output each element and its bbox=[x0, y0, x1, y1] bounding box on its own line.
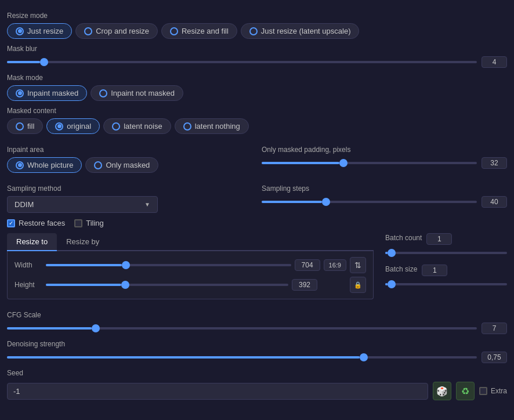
height-thumb[interactable] bbox=[121, 281, 129, 289]
mask-mode-inpaint-masked[interactable]: Inpaint masked bbox=[7, 85, 87, 101]
batch-size-thumb[interactable] bbox=[388, 280, 396, 288]
height-slider-container bbox=[46, 279, 288, 291]
width-value[interactable]: 704 bbox=[295, 259, 320, 271]
batch-count-value[interactable]: 1 bbox=[426, 233, 452, 245]
mask-blur-label: Mask blur bbox=[7, 45, 507, 53]
radio-dot-original bbox=[55, 122, 63, 131]
denoising-strength-slider-container bbox=[7, 352, 477, 363]
masked-padding-fill bbox=[262, 162, 339, 164]
height-label: Height bbox=[15, 281, 42, 289]
restore-faces-checkbox[interactable]: ✓ bbox=[7, 219, 15, 227]
masked-content-fill[interactable]: fill bbox=[7, 118, 43, 134]
cfg-scale-value[interactable]: 7 bbox=[482, 323, 507, 334]
masked-content-latent-noise[interactable]: latent noise bbox=[103, 118, 171, 134]
seed-input[interactable] bbox=[7, 383, 428, 400]
restore-faces-label: Restore faces bbox=[19, 219, 65, 227]
height-value[interactable]: 392 bbox=[292, 279, 317, 291]
width-label: Width bbox=[15, 261, 42, 269]
tiling-label: Tiling bbox=[86, 219, 104, 227]
tab-resize-to[interactable]: Resize to bbox=[7, 233, 57, 251]
mask-mode-group: Inpaint masked Inpaint not masked bbox=[7, 85, 507, 101]
resize-mode-crop-resize[interactable]: Crop and resize bbox=[75, 23, 158, 39]
inpaint-area-label: Inpaint area bbox=[7, 146, 252, 154]
batch-size-row: Batch size 1 bbox=[385, 265, 507, 290]
radio-dot-latent-noise bbox=[112, 122, 120, 131]
width-slider-container bbox=[46, 259, 291, 271]
lock-aspect-button[interactable]: 🔒 bbox=[350, 277, 366, 293]
sampling-method-label: Sampling method bbox=[7, 184, 252, 193]
radio-dot-just-resize bbox=[16, 27, 24, 35]
denoising-strength-value[interactable]: 0,75 bbox=[482, 352, 507, 363]
masked-padding-thumb[interactable] bbox=[339, 159, 348, 167]
masked-content-fill-label: fill bbox=[27, 122, 34, 131]
mask-blur-value[interactable]: 4 bbox=[482, 56, 507, 68]
denoising-strength-thumb[interactable] bbox=[360, 353, 368, 361]
resize-mode-just-resize[interactable]: Just resize bbox=[7, 23, 72, 39]
radio-dot-inpaint-not-masked bbox=[99, 89, 107, 97]
batch-count-row: Batch count 1 bbox=[385, 233, 507, 259]
radio-dot-latent-nothing bbox=[183, 122, 191, 131]
sampling-steps-track bbox=[262, 201, 477, 203]
masked-content-latent-noise-label: latent noise bbox=[124, 122, 162, 131]
cfg-scale-row: 7 bbox=[7, 323, 507, 334]
masked-content-original[interactable]: original bbox=[46, 118, 100, 134]
masked-padding-label: Only masked padding, pixels bbox=[262, 146, 507, 154]
batch-count-track bbox=[385, 252, 507, 254]
mask-mode-inpaint-masked-label: Inpaint masked bbox=[27, 89, 78, 97]
resize-mode-latent-upscale[interactable]: Just resize (latent upscale) bbox=[241, 23, 360, 39]
radio-dot-fill bbox=[16, 122, 24, 131]
sampling-method-col: Sampling method DDIM ▼ bbox=[7, 179, 252, 213]
sampling-method-dropdown[interactable]: DDIM ▼ bbox=[7, 196, 158, 213]
masked-content-latent-nothing-label: latent nothing bbox=[195, 122, 240, 131]
denoising-strength-track bbox=[7, 356, 477, 359]
recycle-icon: ♻ bbox=[461, 386, 469, 397]
sampling-steps-label: Sampling steps bbox=[262, 184, 507, 193]
sampling-method-value: DDIM bbox=[15, 200, 34, 209]
cfg-scale-thumb[interactable] bbox=[92, 324, 100, 332]
inpaint-area-left: Inpaint area Whole picture Only masked bbox=[7, 140, 252, 179]
inpaint-area-whole-label: Whole picture bbox=[27, 161, 73, 169]
resize-mode-crop-resize-label: Crop and resize bbox=[96, 27, 149, 35]
batch-size-value[interactable]: 1 bbox=[422, 265, 447, 276]
width-track bbox=[46, 264, 291, 266]
denoising-strength-fill bbox=[7, 356, 360, 359]
batch-size-label: Batch size bbox=[385, 265, 417, 273]
sampling-steps-col: Sampling steps 40 bbox=[262, 179, 507, 210]
extra-checkbox-item[interactable]: Extra bbox=[479, 387, 507, 395]
extra-checkbox[interactable] bbox=[479, 387, 487, 395]
lock-icon: 🔒 bbox=[354, 281, 362, 289]
sampling-steps-thumb[interactable] bbox=[322, 198, 330, 206]
tiling-checkbox[interactable] bbox=[74, 219, 82, 227]
tiling-item[interactable]: Tiling bbox=[74, 219, 104, 227]
sampling-steps-value[interactable]: 40 bbox=[482, 196, 507, 208]
mask-mode-inpaint-not-masked-label: Inpaint not masked bbox=[111, 89, 175, 97]
resize-mode-resize-fill[interactable]: Resize and fill bbox=[161, 23, 237, 39]
mask-blur-thumb[interactable] bbox=[40, 58, 48, 66]
inpaint-area-group: Whole picture Only masked bbox=[7, 157, 252, 173]
width-thumb[interactable] bbox=[122, 261, 130, 269]
mask-mode-inpaint-not-masked[interactable]: Inpaint not masked bbox=[91, 85, 183, 101]
masked-content-latent-nothing[interactable]: latent nothing bbox=[175, 118, 249, 134]
restore-faces-item[interactable]: ✓ Restore faces bbox=[7, 219, 65, 227]
aspect-ratio-button[interactable]: 16:9 bbox=[324, 259, 346, 271]
swap-dimensions-button[interactable]: ⇅ bbox=[350, 257, 366, 273]
radio-dot-crop-resize bbox=[84, 27, 92, 35]
batch-size-slider-container bbox=[385, 278, 507, 290]
inpaint-area-whole[interactable]: Whole picture bbox=[7, 157, 82, 173]
radio-dot-only-masked bbox=[94, 161, 102, 169]
denoising-strength-label: Denoising strength bbox=[7, 340, 507, 348]
dropdown-arrow-icon: ▼ bbox=[144, 201, 150, 208]
batch-count-thumb[interactable] bbox=[388, 249, 396, 257]
masked-content-original-label: original bbox=[67, 122, 91, 131]
inpaint-area-only-masked[interactable]: Only masked bbox=[85, 157, 158, 173]
mask-blur-fill bbox=[7, 61, 40, 63]
tab-resize-by[interactable]: Resize by bbox=[57, 233, 108, 251]
height-track bbox=[46, 284, 288, 286]
dice-button[interactable]: 🎲 bbox=[433, 382, 451, 400]
recycle-button[interactable]: ♻ bbox=[456, 382, 475, 400]
batch-size-track bbox=[385, 283, 507, 285]
width-fill bbox=[46, 264, 122, 266]
masked-padding-value[interactable]: 32 bbox=[482, 157, 507, 169]
resize-left: Resize to Resize by Width 704 16:9 ⇅ bbox=[7, 233, 374, 305]
mask-blur-row: 4 bbox=[7, 56, 507, 68]
